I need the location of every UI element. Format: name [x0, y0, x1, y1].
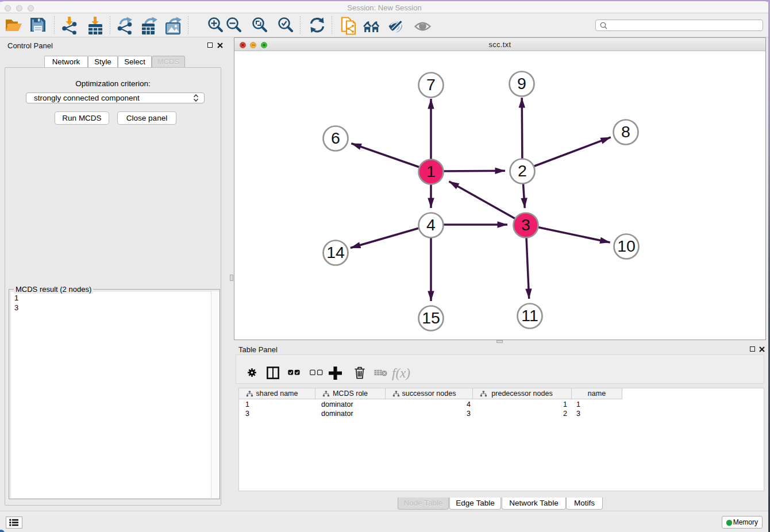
svg-text:4: 4 — [426, 215, 436, 234]
svg-text:14: 14 — [326, 243, 345, 261]
svg-text:7: 7 — [426, 75, 436, 94]
svg-text:3: 3 — [521, 215, 530, 234]
svg-text:9: 9 — [517, 74, 526, 92]
svg-text:2: 2 — [518, 161, 527, 180]
svg-text:11: 11 — [521, 306, 538, 325]
svg-text:6: 6 — [331, 129, 340, 147]
svg-text:10: 10 — [617, 237, 636, 255]
svg-text:8: 8 — [621, 122, 630, 141]
svg-text:1: 1 — [426, 162, 436, 180]
svg-text:15: 15 — [422, 309, 440, 327]
